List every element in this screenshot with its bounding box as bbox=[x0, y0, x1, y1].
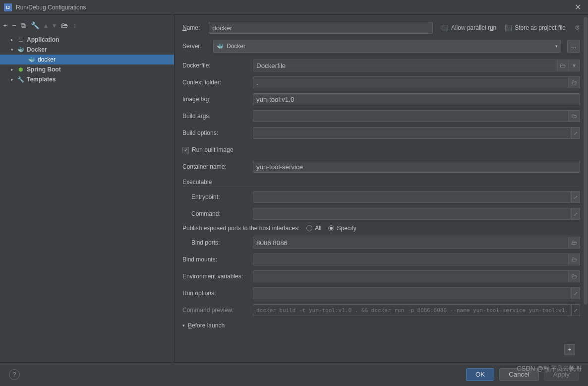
docker-icon: 🐳 bbox=[217, 43, 224, 50]
vertical-scrollbar[interactable] bbox=[583, 15, 588, 356]
copy-icon[interactable]: ⧉ bbox=[21, 21, 26, 30]
toolbar: + − ⧉ 🔧 ▴ ▾ 🗁 ↕ bbox=[0, 18, 174, 33]
folder-icon[interactable]: 🗁 bbox=[557, 60, 569, 71]
tree-label: Spring Boot bbox=[27, 66, 61, 73]
container-label: Container name: bbox=[182, 163, 253, 170]
tree-application[interactable]: ▸ ☰ Application bbox=[0, 35, 174, 45]
folder-icon[interactable]: 🗁 bbox=[568, 237, 580, 249]
entrypoint-label: Entrypoint: bbox=[182, 193, 253, 200]
docker-icon: 🐳 bbox=[28, 57, 36, 63]
main-area: + − ⧉ 🔧 ▴ ▾ 🗁 ↕ ▸ ☰ Application ▾ 🐳 Dock… bbox=[0, 15, 588, 362]
run-built-checkbox[interactable]: Run built image bbox=[182, 146, 233, 153]
command-label: Command: bbox=[182, 210, 253, 217]
radio-icon bbox=[306, 225, 312, 231]
server-more-button[interactable]: ... bbox=[567, 40, 580, 53]
tree-label: Templates bbox=[27, 76, 56, 83]
up-icon[interactable]: ▴ bbox=[44, 21, 48, 29]
dockerfile-label: Dockerfile: bbox=[182, 62, 253, 69]
wrench-icon: 🔧 bbox=[17, 76, 25, 83]
sort-icon[interactable]: ↕ bbox=[73, 21, 76, 29]
folder-icon[interactable]: 🗁 bbox=[568, 270, 580, 282]
footer: ? OK Cancel Apply bbox=[0, 362, 588, 386]
chevron-down-icon: ▾ bbox=[555, 44, 558, 49]
executable-header: Executable bbox=[182, 179, 580, 187]
down-icon[interactable]: ▾ bbox=[53, 21, 56, 29]
name-input[interactable] bbox=[209, 22, 433, 34]
radio-icon bbox=[328, 225, 334, 231]
env-label: Environment variables: bbox=[182, 273, 253, 280]
scrollbar-thumb[interactable] bbox=[584, 17, 588, 305]
name-label: Name: bbox=[182, 24, 200, 31]
config-tree: ▸ ☰ Application ▾ 🐳 Docker 🐳 docker ▸ ⬢ … bbox=[0, 33, 174, 362]
sidebar: + − ⧉ 🔧 ▴ ▾ 🗁 ↕ ▸ ☰ Application ▾ 🐳 Dock… bbox=[0, 15, 175, 362]
expand-icon[interactable]: ⤢ bbox=[571, 208, 580, 220]
server-combo[interactable]: 🐳 Docker ▾ bbox=[213, 40, 561, 53]
chevron-down-icon: ▾ bbox=[182, 323, 185, 328]
publish-all-radio[interactable]: All bbox=[306, 225, 321, 232]
run-opts-label: Run options: bbox=[182, 290, 253, 297]
expand-icon[interactable]: ⤢ bbox=[571, 127, 580, 139]
tree-docker-child[interactable]: 🐳 docker bbox=[0, 55, 174, 64]
image-tag-label: Image tag: bbox=[182, 96, 253, 103]
entrypoint-input[interactable] bbox=[253, 191, 571, 203]
before-launch-section[interactable]: ▾ Before launch bbox=[182, 322, 580, 329]
context-input[interactable] bbox=[253, 76, 569, 88]
image-tag-input[interactable] bbox=[253, 93, 580, 105]
context-label: Context folder: bbox=[182, 79, 253, 86]
bind-mounts-input[interactable] bbox=[253, 254, 569, 265]
remove-icon[interactable]: − bbox=[12, 21, 16, 29]
chevron-right-icon: ▸ bbox=[11, 67, 17, 72]
run-opts-input[interactable] bbox=[253, 287, 571, 299]
expand-icon[interactable]: ⤢ bbox=[571, 287, 580, 299]
folder-icon[interactable]: 🗁 bbox=[568, 76, 580, 88]
bind-ports-label: Bind ports: bbox=[182, 239, 253, 246]
close-icon[interactable]: ✕ bbox=[572, 2, 584, 12]
store-project-checkbox[interactable]: Store as project file bbox=[505, 24, 566, 31]
add-icon[interactable]: + bbox=[3, 21, 7, 29]
tree-templates[interactable]: ▸ 🔧 Templates bbox=[0, 74, 174, 84]
watermark: CSDN @程序员云帆哥 bbox=[517, 364, 582, 373]
add-before-launch-button[interactable]: + bbox=[564, 344, 575, 355]
folder-icon[interactable]: 🗁 bbox=[568, 254, 580, 265]
content-panel: Name: Allow parallel run Store as projec… bbox=[175, 15, 588, 362]
settings-icon[interactable]: 🔧 bbox=[31, 21, 39, 29]
tree-label: Docker bbox=[27, 46, 47, 53]
dialog-title: Run/Debug Configurations bbox=[16, 4, 572, 11]
container-input[interactable] bbox=[253, 161, 580, 173]
publish-label: Publish exposed ports to the host interf… bbox=[182, 225, 299, 232]
folder-icon[interactable]: 🗁 bbox=[568, 110, 580, 122]
env-input[interactable] bbox=[253, 270, 569, 282]
checkbox-icon bbox=[505, 25, 512, 31]
build-args-input[interactable] bbox=[253, 110, 569, 122]
tree-label: Application bbox=[27, 36, 59, 43]
publish-specify-radio[interactable]: Specify bbox=[328, 225, 356, 232]
build-args-label: Build args: bbox=[182, 113, 253, 120]
chevron-right-icon: ▸ bbox=[11, 77, 17, 82]
cmd-preview-field bbox=[253, 304, 571, 316]
gear-icon[interactable]: ⚙ bbox=[575, 24, 580, 31]
expand-icon[interactable]: ⤢ bbox=[571, 304, 580, 316]
tree-label: docker bbox=[38, 56, 56, 63]
titlebar: IJ Run/Debug Configurations ✕ bbox=[0, 0, 588, 15]
dockerfile-input[interactable] bbox=[253, 60, 557, 71]
tree-docker[interactable]: ▾ 🐳 Docker bbox=[0, 45, 174, 55]
ok-button[interactable]: OK bbox=[466, 368, 494, 381]
app-icon: IJ bbox=[4, 3, 12, 11]
folder-icon[interactable]: 🗁 bbox=[61, 21, 68, 29]
server-label: Server: bbox=[182, 43, 207, 50]
help-button[interactable]: ? bbox=[9, 369, 20, 380]
docker-icon: 🐳 bbox=[17, 47, 25, 53]
build-opts-input[interactable] bbox=[253, 127, 571, 139]
tree-spring[interactable]: ▸ ⬢ Spring Boot bbox=[0, 64, 174, 74]
allow-parallel-checkbox[interactable]: Allow parallel run bbox=[442, 24, 496, 31]
checkbox-icon bbox=[182, 147, 189, 153]
cmd-preview-label: Command preview: bbox=[182, 307, 253, 314]
checkbox-icon bbox=[442, 25, 448, 31]
command-input[interactable] bbox=[253, 208, 571, 220]
chevron-right-icon: ▸ bbox=[11, 37, 17, 42]
chevron-down-icon[interactable]: ▾ bbox=[568, 60, 580, 71]
build-opts-label: Build options: bbox=[182, 129, 253, 136]
expand-icon[interactable]: ⤢ bbox=[571, 191, 580, 203]
bind-ports-input[interactable] bbox=[253, 237, 569, 249]
chevron-down-icon: ▾ bbox=[11, 47, 17, 52]
